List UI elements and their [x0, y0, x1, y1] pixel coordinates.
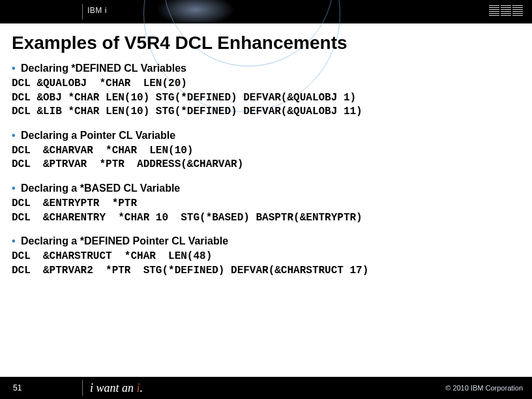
code-line: DCL &CHARSTRUCT *CHAR LEN(48) — [12, 250, 520, 264]
copyright-text: © 2010 IBM Corporation — [445, 384, 523, 392]
code-line: DCL &PTRVAR *PTR ADDRESS(&CHARVAR) — [12, 158, 520, 172]
code-line: DCL &QUALOBJ *CHAR LEN(20) — [12, 77, 520, 91]
slide-number: 51 — [13, 383, 22, 392]
code-line: DCL &LIB *CHAR LEN(10) STG(*DEFINED) DEF… — [12, 105, 520, 119]
slide-body: Examples of V5R4 DCL Enhancements Declar… — [0, 23, 532, 377]
footer-tagline: i want an i. — [90, 381, 143, 395]
header-glow — [156, 0, 235, 26]
section-heading: Declaring a *BASED CL Variable — [12, 183, 520, 194]
header-bar: IBM i — [0, 0, 532, 23]
code-line: DCL &ENTRYPTR *PTR — [12, 197, 520, 211]
footer-bar: 51 i want an i. © 2010 IBM Corporation — [0, 377, 532, 399]
tagline-suffix: . — [140, 381, 143, 394]
slide-title: Examples of V5R4 DCL Enhancements — [12, 33, 520, 53]
ibm-logo — [489, 5, 523, 20]
section: Declaring a *DEFINED Pointer CL Variable… — [12, 235, 520, 278]
ibm-logo-stripe — [512, 5, 523, 17]
section: Declaring a Pointer CL Variable DCL &CHA… — [12, 130, 520, 172]
code-line: DCL &CHARENTRY *CHAR 10 STG(*BASED) BASP… — [12, 211, 520, 226]
section-heading: Declaring *DEFINED CL Variables — [12, 63, 520, 74]
footer-divider — [82, 380, 83, 396]
code-line: DCL &CHARVAR *CHAR LEN(10) — [12, 144, 520, 158]
section-heading: Declaring a Pointer CL Variable — [12, 130, 520, 141]
code-line: DCL &PTRVAR2 *PTR STG(*DEFINED) DEFVAR(&… — [12, 264, 520, 278]
tagline-prefix: i want an — [90, 381, 137, 394]
section: Declaring a *BASED CL Variable DCL &ENTR… — [12, 183, 520, 225]
product-label: IBM i — [87, 6, 107, 15]
section: Declaring *DEFINED CL Variables DCL &QUA… — [12, 63, 520, 119]
section-heading: Declaring a *DEFINED Pointer CL Variable — [12, 235, 520, 247]
header-divider — [82, 4, 83, 20]
ibm-logo-stripe — [489, 5, 499, 17]
ibm-logo-stripe — [501, 5, 511, 17]
code-line: DCL &OBJ *CHAR LEN(10) STG(*DEFINED) DEF… — [12, 91, 520, 106]
